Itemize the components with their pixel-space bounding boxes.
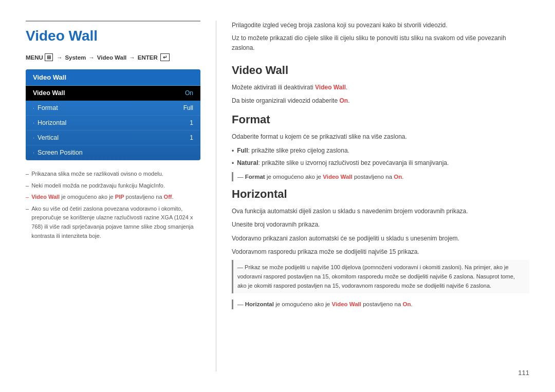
- top-divider: [26, 21, 200, 22]
- osd-item-videowall[interactable]: Video Wall On: [26, 86, 200, 101]
- osd-item-format-label: · Format: [33, 104, 58, 111]
- bullet-natural: • Natural: prikažite slike u izvornoj ra…: [232, 158, 529, 169]
- menu-icon: ⊞: [45, 53, 53, 61]
- note-2: – Neki modeli možda ne podržavaju funkci…: [26, 181, 200, 191]
- dot-icon: ·: [33, 135, 34, 141]
- section-horizontal-line4: Vodoravnom rasporedu prikaza može se dod…: [232, 247, 529, 257]
- format-note: — Format je omogućeno ako je Video Wall …: [232, 172, 529, 181]
- bullet-full: • Full: prikažite slike preko cijelog za…: [232, 145, 529, 156]
- left-column: Video Wall MENU ⊞ → System → Video Wall …: [26, 21, 216, 371]
- dot-icon: ·: [33, 150, 34, 156]
- horizontal-footer-note: — Horizontal je omogućeno ako je Video W…: [232, 300, 529, 309]
- enter-label: ENTER: [138, 54, 158, 61]
- section-title-format: Format: [232, 113, 529, 126]
- section-format-intro: Odaberite format u kojem će se prikaziva…: [232, 132, 529, 142]
- osd-item-horizontal-value: 1: [190, 119, 193, 126]
- section-horizontal-line1: Ova funkcija automatski dijeli zaslon u …: [232, 206, 529, 216]
- osd-item-format[interactable]: · Format Full: [26, 101, 200, 116]
- osd-item-videowall-value: On: [185, 89, 193, 97]
- osd-item-screen-position-label: · Screen Position: [33, 149, 83, 156]
- section-horizontal-line2: Unesite broj vodoravnih prikaza.: [232, 219, 529, 230]
- section-title-horizontal: Horizontal: [232, 188, 529, 201]
- page-number: 111: [518, 369, 529, 377]
- menu-label: MENU: [26, 54, 43, 61]
- notes-section: – Prikazana slika može se razlikovati ov…: [26, 170, 200, 240]
- note-3: – Video Wall je omogućeno ako je PIP pos…: [26, 193, 200, 202]
- osd-header: Video Wall: [26, 69, 200, 86]
- right-column: Prilagodite izgled većeg broja zaslona k…: [216, 21, 529, 371]
- intro-line2: Uz to možete prikazati dio cijele slike …: [232, 33, 529, 53]
- video-wall-path-label: Video Wall: [97, 54, 127, 61]
- osd-item-vertical-value: 1: [190, 134, 193, 141]
- section-videowall-text1: Možete aktivirati ili deaktivirati Video…: [232, 82, 529, 92]
- enter-icon: ↵: [160, 53, 170, 61]
- system-label: System: [65, 54, 86, 61]
- intro-line1: Prilagodite izgled većeg broja zaslona k…: [232, 21, 529, 30]
- dot-icon: ·: [33, 105, 34, 111]
- section-format-bullets: • Full: prikažite slike preko cijelog za…: [232, 145, 529, 169]
- osd-item-vertical-label: · Vertical: [33, 134, 59, 141]
- osd-item-format-value: Full: [183, 104, 193, 111]
- osd-item-videowall-label: Video Wall: [33, 89, 65, 97]
- osd-item-horizontal[interactable]: · Horizontal 1: [26, 116, 200, 130]
- section-horizontal-line3: Vodoravno prikazani zaslon automatski će…: [232, 233, 529, 244]
- dot-icon: ·: [33, 120, 34, 126]
- osd-menu-box: Video Wall Video Wall On · Format Full ·…: [26, 69, 200, 160]
- horizontal-long-note: — Prikaz se može podijeliti u najviše 10…: [232, 260, 529, 293]
- note-4: – Ako su više od četiri zaslona povezana…: [26, 204, 200, 240]
- osd-item-horizontal-label: · Horizontal: [33, 119, 66, 126]
- page-title: Video Wall: [26, 28, 200, 44]
- osd-item-vertical[interactable]: · Vertical 1: [26, 130, 200, 145]
- section-videowall-text2: Da biste organizirali videozid odaberite…: [232, 96, 529, 106]
- note-1: – Prikazana slika može se razlikovati ov…: [26, 170, 200, 179]
- section-title-videowall: Video Wall: [232, 64, 529, 77]
- menu-path: MENU ⊞ → System → Video Wall → ENTER ↵: [26, 53, 200, 61]
- osd-item-screen-position[interactable]: · Screen Position: [26, 145, 200, 160]
